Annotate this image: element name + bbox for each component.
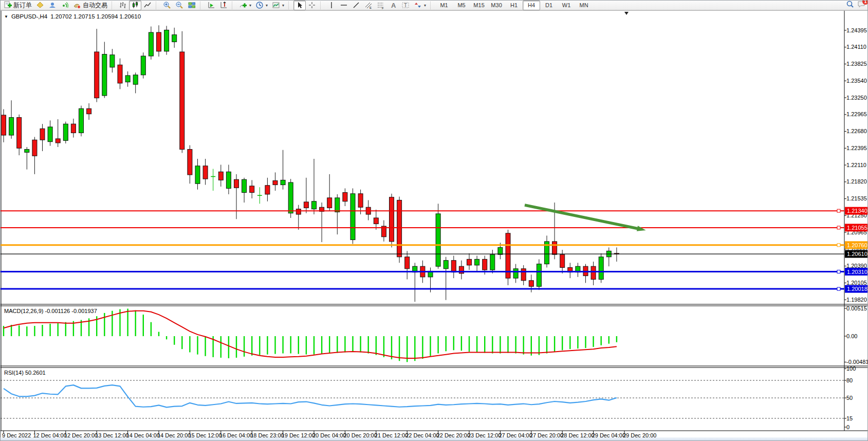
signals-icon — [61, 1, 69, 9]
collapse-chart-icon[interactable]: ▼ — [4, 14, 8, 19]
toolbar-candlestick-button[interactable] — [129, 1, 141, 10]
toolbar-auto-scroll-button[interactable] — [205, 1, 217, 10]
toolbar-cursor-button[interactable] — [293, 1, 306, 10]
toolbar-vline-button[interactable] — [325, 1, 338, 10]
toolbar-templates-button[interactable]: ▾ — [270, 1, 286, 10]
candle — [133, 75, 138, 84]
candle — [444, 261, 448, 269]
toolbar-periods-button[interactable]: ▾ — [253, 1, 270, 10]
toolbar-line-chart-button[interactable] — [141, 1, 154, 10]
candle — [203, 166, 208, 179]
search-icon — [846, 1, 854, 10]
chart-shift-icon — [219, 1, 228, 9]
candle — [180, 52, 184, 150]
candle — [451, 261, 456, 272]
shapes-icon — [414, 1, 422, 9]
candle — [242, 179, 247, 192]
candle — [397, 200, 402, 256]
toolbar-new-order-button[interactable]: 新订单 — [2, 1, 34, 10]
timeframe-m15[interactable]: M15 — [470, 1, 488, 10]
price-axis-tick: 1.21535 — [846, 195, 867, 201]
toolbar-indicators-button[interactable]: ▾ — [237, 1, 253, 10]
toolbar-trendline-button[interactable] — [350, 1, 362, 10]
candle — [110, 55, 115, 67]
toolbar-zoom-in-button[interactable] — [161, 1, 173, 10]
candle — [48, 127, 52, 142]
candle — [483, 259, 487, 270]
rsi-axis-tick: 15 — [846, 415, 853, 421]
toolbar-zoom-out-button[interactable] — [173, 1, 186, 10]
toolbar-fibonacci-button[interactable]: F — [375, 1, 387, 10]
toolbar-group-5 — [293, 1, 318, 10]
level-line-handle[interactable] — [837, 244, 840, 247]
fibonacci-icon: F — [377, 1, 385, 9]
toolbar-chart-shift-button[interactable] — [217, 1, 230, 10]
toolbar-community-button[interactable] — [46, 1, 59, 10]
price-pane[interactable] — [1, 12, 844, 304]
notification-badge: 1 — [862, 0, 868, 5]
level-line-handle[interactable] — [837, 226, 840, 229]
macd-axis-tick: 0.00 — [846, 333, 857, 339]
candlestick-icon — [131, 1, 139, 9]
timeframe-h1[interactable]: H1 — [505, 1, 523, 10]
toolbar-metaeditor-button[interactable] — [34, 1, 46, 10]
level-line-handle[interactable] — [837, 287, 840, 290]
toolbar-autotrading-button[interactable]: 自动交易 — [71, 1, 109, 10]
price-axis-tick: 1.21820 — [846, 178, 867, 185]
candle — [599, 257, 603, 280]
toolbar-bar-chart-button[interactable] — [117, 1, 129, 10]
zoom-in-icon — [163, 1, 171, 9]
candle — [9, 118, 14, 135]
vline-icon — [327, 1, 336, 9]
tile-windows-icon — [188, 1, 196, 9]
candle — [125, 76, 130, 82]
toolbar-tile-windows-button[interactable] — [186, 1, 198, 10]
chart-header: ▼ GBPUSD-,H4 1.20702 1.20715 1.20594 1.2… — [4, 13, 141, 20]
toolbar-search-button[interactable] — [846, 0, 854, 10]
candle — [304, 202, 308, 208]
level-line-handle[interactable] — [837, 209, 840, 212]
chart-ohlc-values: 1.20702 1.20715 1.20594 1.20610 — [50, 13, 141, 20]
toolbar-hline-button[interactable] — [338, 1, 350, 10]
chevron-down-icon[interactable]: ▾ — [282, 3, 284, 8]
timeframe-m30[interactable]: M30 — [488, 1, 505, 10]
toolbar-signals-button[interactable] — [59, 1, 71, 10]
new-order-icon — [4, 1, 12, 9]
toolbar-crosshair-button[interactable] — [306, 1, 318, 10]
rsi-axis-tick: 50 — [846, 395, 853, 401]
timeframe-m1[interactable]: M1 — [435, 1, 453, 10]
chevron-down-icon[interactable]: ▾ — [424, 3, 426, 8]
toolbar-shapes-button[interactable]: ▾ — [412, 1, 428, 10]
timeframe-d1[interactable]: D1 — [540, 1, 558, 10]
toolbar-text-button[interactable]: A — [387, 1, 399, 10]
candle — [17, 118, 22, 149]
price-badge-text: 1.21340 — [847, 208, 867, 214]
price-axis-tick: 1.22110 — [846, 162, 866, 168]
toolbar-channel-button[interactable]: E — [362, 1, 375, 10]
toolbar-label-button[interactable]: T — [399, 1, 412, 10]
autotrading-icon — [73, 1, 81, 9]
level-line-handle[interactable] — [837, 270, 840, 273]
price-badge-text: 1.21055 — [847, 225, 867, 231]
toolbar-chat-button[interactable]: 1 — [857, 0, 865, 10]
timeframe-m5[interactable]: M5 — [453, 1, 470, 10]
toolbar-group-6: EFAT▾ — [325, 1, 428, 10]
chart-symbol-title: GBPUSD-,H4 — [11, 13, 47, 20]
timeframe-w1[interactable]: W1 — [558, 1, 575, 10]
price-badge-text: 1.20610 — [847, 251, 867, 257]
timeframe-h4[interactable]: H4 — [523, 1, 540, 10]
candle — [250, 186, 254, 193]
toolbar: 新订单自动交易▾▾▾EFAT▾M1M5M15M30H1H4D1W1MN1 — [1, 1, 868, 10]
toolbar-separator — [200, 2, 204, 9]
chevron-down-icon[interactable]: ▾ — [266, 3, 268, 8]
cursor-icon — [296, 1, 304, 9]
toolbar-group-1 — [117, 1, 154, 10]
rsi-pane[interactable] — [1, 368, 844, 430]
toolbar-group-3 — [205, 1, 230, 10]
candle — [296, 209, 301, 214]
periods-icon — [255, 1, 264, 9]
chevron-down-icon[interactable]: ▾ — [249, 3, 251, 8]
candle — [537, 264, 541, 287]
timeframe-mn[interactable]: MN — [575, 1, 593, 10]
chart-area[interactable]: ▼ GBPUSD-,H4 1.20702 1.20715 1.20594 1.2… — [1, 10, 868, 441]
